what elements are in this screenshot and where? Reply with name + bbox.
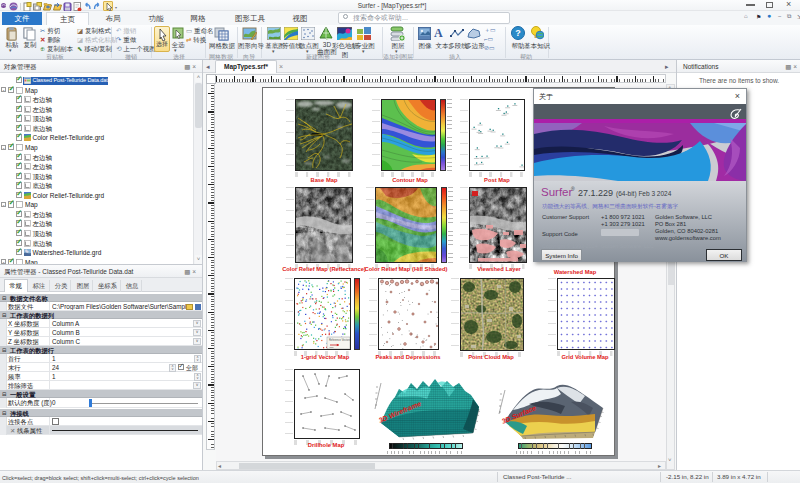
svg-text:?: ? bbox=[515, 28, 521, 38]
svg-text:Reference Vectors: Reference Vectors bbox=[329, 338, 351, 342]
